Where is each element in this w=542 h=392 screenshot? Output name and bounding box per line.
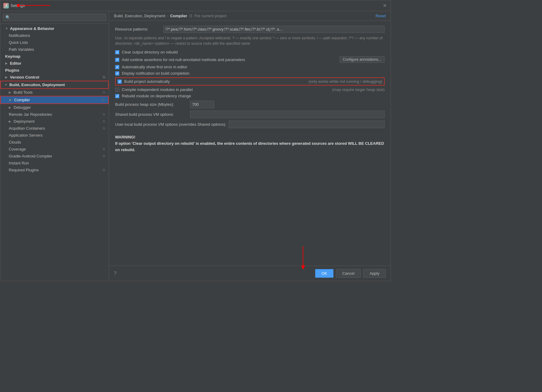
sidebar-item-arquillian[interactable]: Arquillian Containers ⧉	[0, 125, 109, 132]
breadcrumb-separator: ›	[167, 14, 168, 18]
warning-title: WARNING!	[115, 134, 385, 141]
sidebar-item-required-plugins[interactable]: Required Plugins ⧉	[0, 167, 109, 173]
sidebar-item-label: Debugger	[14, 105, 105, 110]
sidebar-item-app-servers[interactable]: Application Servers	[0, 132, 109, 139]
sidebar-item-label: Build Tools	[14, 90, 100, 95]
sidebar-item-build-tools[interactable]: ▶ Build Tools ⧉	[0, 89, 109, 96]
rebuild-dependency-checkbox[interactable]: ✓	[115, 94, 119, 98]
heap-size-row: Build process heap size (Mbytes):	[115, 101, 385, 108]
configure-annotations-button[interactable]: Configure annotations...	[340, 56, 385, 63]
sidebar-item-appearance[interactable]: ▼ Appearance & Behavior	[0, 25, 109, 32]
sidebar-item-label: Path Variables	[9, 47, 105, 52]
help-button[interactable]: ?	[114, 271, 117, 276]
copy-icon: ⧉	[103, 90, 105, 94]
close-button[interactable]: ✕	[382, 3, 388, 9]
sidebar-item-build-execution[interactable]: ▼ Build, Execution, Deployment	[0, 81, 109, 89]
checkbox-assertions: ✓ Add runtime assertions for not-null-an…	[115, 56, 385, 63]
checkbox-display-notification: ✓ Display notification on build completi…	[115, 71, 385, 76]
sidebar-item-coverage[interactable]: Coverage ⧉	[0, 146, 109, 153]
breadcrumb-part1: Build, Execution, Deployment	[114, 14, 165, 18]
search-input[interactable]	[3, 14, 106, 21]
user-vm-label: User-local build process VM options (ove…	[115, 122, 226, 127]
sidebar-item-keymap[interactable]: Keymap	[0, 53, 109, 60]
sidebar-item-debugger[interactable]: ▶ Debugger	[0, 104, 109, 111]
arrow-right-icon: ▶	[9, 106, 12, 109]
button-bar: ? OK Cancel Apply	[109, 266, 391, 281]
checkbox-compile-parallel: Compile independent modules in parallel …	[115, 87, 385, 92]
build-auto-checkbox[interactable]: ✓	[118, 79, 122, 84]
sidebar-item-notifications[interactable]: Notifications	[0, 32, 109, 39]
arrow-right-icon: ▶	[9, 91, 12, 94]
sidebar-item-path-variables[interactable]: Path Variables	[0, 46, 109, 53]
content-area: ▼ Appearance & Behavior Notifications Qu…	[0, 11, 391, 281]
compile-parallel-checkbox[interactable]	[115, 88, 119, 92]
ok-button[interactable]: OK	[315, 269, 334, 278]
window-title: Settings	[11, 3, 25, 8]
sidebar-item-instant-run[interactable]: Instant Run	[0, 160, 109, 167]
build-auto-label: Build project automatically	[124, 79, 306, 84]
arrow-down-icon: ▼	[5, 27, 9, 30]
copy-icon: ⧉	[103, 112, 105, 116]
sidebar-item-plugins[interactable]: Plugins	[0, 67, 109, 74]
breadcrumb-icon: 🗒	[189, 14, 193, 18]
sidebar-item-quick-lists[interactable]: Quick Lists	[0, 39, 109, 46]
sidebar-item-clouds[interactable]: Clouds	[0, 139, 109, 146]
sidebar-item-label: Keymap	[5, 54, 105, 59]
check-mark: ✓	[116, 72, 119, 76]
sidebar-item-editor[interactable]: ▶ Editor	[0, 60, 109, 67]
clear-output-label: Clear output directory on rebuild	[122, 50, 385, 54]
resource-patterns-input[interactable]	[163, 26, 385, 33]
sidebar-item-remote-jar[interactable]: Remote Jar Repositories ⧉	[0, 111, 109, 118]
copy-icon: ⧉	[103, 147, 105, 151]
sidebar-item-label: Required Plugins	[9, 168, 100, 172]
sidebar-item-label: Application Servers	[9, 133, 105, 138]
sidebar-item-deployment[interactable]: ▶ Deployment ⧉	[0, 118, 109, 125]
sidebar-item-compiler[interactable]: ▶ Compiler ⧉	[0, 96, 109, 104]
compile-parallel-label: Compile independent modules in parallel	[122, 87, 330, 92]
arrow-right-icon: ▶	[9, 98, 13, 102]
breadcrumb: Build, Execution, Deployment › Compiler …	[114, 14, 227, 18]
checkbox-clear-output: ✓ Clear output directory on rebuild	[115, 50, 385, 54]
compile-parallel-hint: (may require larger heap size)	[332, 87, 385, 92]
sidebar-item-label: Appearance & Behavior	[10, 26, 105, 31]
display-notification-checkbox[interactable]: ✓	[115, 71, 119, 76]
copy-icon: ⧉	[103, 168, 105, 172]
resource-patterns-row: Resource patterns:	[115, 26, 385, 33]
copy-icon: ⧉	[102, 98, 105, 102]
sidebar-item-label: Editor	[10, 61, 105, 66]
heap-size-input[interactable]	[190, 101, 214, 108]
reset-button[interactable]: Reset	[376, 14, 386, 18]
user-vm-input[interactable]	[229, 121, 385, 128]
heap-size-label: Build process heap size (Mbytes):	[115, 102, 188, 107]
cancel-button[interactable]: Cancel	[336, 269, 361, 278]
app-icon: J	[3, 3, 9, 8]
sidebar-item-gradle-android[interactable]: Gradle-Android Compiler ⧉	[0, 153, 109, 160]
shared-vm-label: Shared build process VM options:	[115, 112, 188, 117]
copy-icon: ⧉	[103, 75, 105, 79]
check-mark: ✓	[116, 65, 119, 69]
assertions-checkbox[interactable]: ✓	[115, 58, 119, 62]
sidebar-item-label: Build, Execution, Deployment	[9, 83, 105, 87]
arrow-right-icon: ▶	[9, 120, 12, 123]
show-error-label: Automatically show first error in editor	[122, 65, 385, 69]
settings-body: Resource patterns: Use ; to separate pat…	[109, 21, 391, 266]
sidebar-item-label: Compiler	[14, 98, 100, 102]
warning-box: WARNING! If option 'Clear output directo…	[115, 134, 385, 153]
sidebar-tree: ▼ Appearance & Behavior Notifications Qu…	[0, 24, 109, 281]
clear-output-checkbox[interactable]: ✓	[115, 50, 119, 54]
sidebar-item-label: Deployment	[14, 119, 100, 124]
resource-patterns-label: Resource patterns:	[115, 26, 163, 31]
checkbox-show-error: ✓ Automatically show first error in edit…	[115, 65, 385, 69]
sidebar-item-label: Coverage	[9, 147, 100, 151]
checkbox-rebuild-dependency: ✓ Rebuild module on dependency change	[115, 94, 385, 98]
sidebar-item-label: Remote Jar Repositories	[9, 112, 100, 117]
shared-vm-input[interactable]	[190, 111, 385, 118]
show-error-checkbox[interactable]: ✓	[115, 65, 119, 69]
sidebar-item-version-control[interactable]: ▶ Version Control ⧉	[0, 74, 109, 81]
rebuild-dependency-label: Rebuild module on dependency change	[122, 94, 385, 98]
apply-button[interactable]: Apply	[363, 269, 386, 278]
breadcrumb-part2: Compiler	[170, 14, 187, 18]
sidebar: ▼ Appearance & Behavior Notifications Qu…	[0, 11, 109, 281]
copy-icon: ⧉	[103, 154, 105, 158]
sidebar-item-label: Quick Lists	[9, 40, 105, 45]
